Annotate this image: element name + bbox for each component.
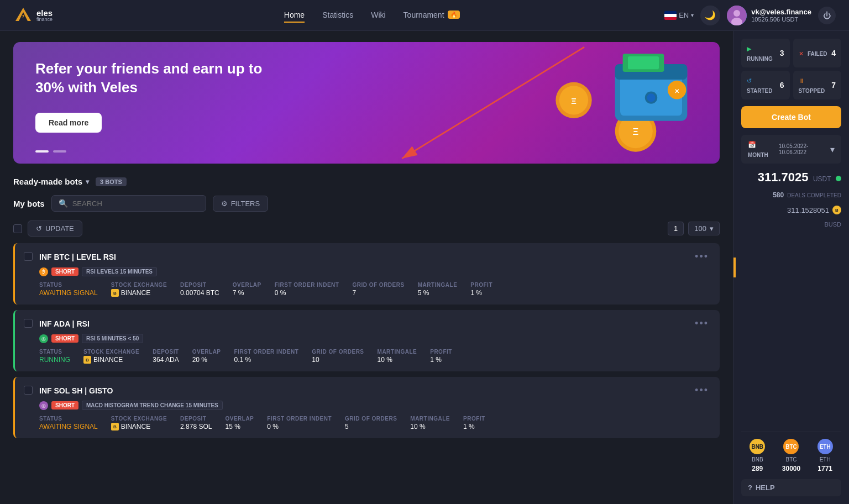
btc-icon: BTC <box>783 439 799 454</box>
dot-2[interactable] <box>53 150 66 153</box>
coin-bnb: BNB BNB 289 <box>750 439 765 473</box>
bot-title-row: INF SOL SH | GISTO ••• <box>39 385 711 396</box>
filter-icon: ⚙ <box>221 200 228 208</box>
martingale-stat: MARTINGALE 10 % <box>378 349 417 364</box>
signal-tag: RSI 5 MINUTES < 50 <box>82 334 143 343</box>
theme-toggle-button[interactable]: 🌙 <box>700 6 720 25</box>
header-right: EN ▾ 🌙 vk@veles.finance 10526.506 USDT ⏻ <box>664 6 836 25</box>
bot-checkbox[interactable] <box>24 252 33 261</box>
martingale-stat: MARTINGALE 10 % <box>410 416 450 431</box>
filters-button[interactable]: ⚙ FILTERS <box>213 196 269 212</box>
exchange-stat: STOCK EXCHANGE B BINANCE <box>111 282 167 297</box>
user-name: vk@veles.finance <box>751 8 811 16</box>
coin-icon: ◎ <box>39 401 48 410</box>
status-stat: STATUS RUNNING <box>39 349 70 364</box>
grid-orders-stat: GRID OF ORDERS 5 <box>345 416 397 431</box>
nav-home[interactable]: Home <box>284 8 305 23</box>
create-bot-button[interactable]: Create Bot <box>741 106 841 128</box>
bot-stats: STATUS RUNNING STOCK EXCHANGE B BINANCE … <box>39 349 711 364</box>
tournament-badge: 🔥 <box>448 11 460 19</box>
status-value: AWAITING SIGNAL <box>39 289 98 297</box>
dot-1[interactable] <box>35 150 49 153</box>
search-input[interactable] <box>72 200 199 208</box>
content-area: Refer your friends and earn up to 30% wi… <box>0 31 733 504</box>
user-balance: 10526.506 USDT <box>751 16 811 23</box>
profit-stat: PROFIT 1 % <box>463 416 485 431</box>
logo[interactable]: 7 eles finance <box>13 6 53 25</box>
bot-name: INF ADA | RSI <box>39 319 90 328</box>
nav-wiki[interactable]: Wiki <box>371 8 385 23</box>
bot-content: INF ADA | RSI ••• ◎ SHORT RSI 5 MINUTES … <box>39 318 711 364</box>
month-value: 10.05.2022-10.06.2022 <box>779 143 830 155</box>
nav-statistics[interactable]: Statistics <box>322 8 353 23</box>
short-tag: SHORT <box>51 334 78 343</box>
deals-count: 580 <box>773 191 784 199</box>
started-icon: ↺ <box>747 77 752 84</box>
bot-title-row: INF ADA | RSI ••• <box>39 318 711 329</box>
lang-selector[interactable]: EN ▾ <box>664 11 694 20</box>
select-all-checkbox[interactable] <box>13 224 22 233</box>
more-options-button[interactable]: ••• <box>693 318 711 329</box>
first-order-stat: FIRST ORDER INDENT 0 % <box>275 282 339 297</box>
svg-rect-18 <box>628 56 659 69</box>
short-tag: SHORT <box>51 401 78 410</box>
bnb-icon: BNB <box>750 439 765 454</box>
first-order-stat: FIRST ORDER INDENT 0 % <box>267 416 332 431</box>
status-card-running: ▶ RUNNING 3 <box>741 39 790 67</box>
status-value: RUNNING <box>39 356 70 364</box>
deposit-stat: DEPOSIT 0.00704 BTC <box>180 282 219 297</box>
page-number: 1 <box>668 222 684 235</box>
table-controls: ↺ UPDATE 1 100 ▾ <box>13 221 720 237</box>
chevron-down-icon: ▾ <box>710 224 714 233</box>
help-button[interactable]: ? HELP <box>741 479 841 496</box>
bot-name: INF BTC | LEVEL RSI <box>39 253 116 261</box>
search-box[interactable]: 🔍 <box>51 195 206 212</box>
deposit-stat: DEPOSIT 2.878 SOL <box>180 416 212 431</box>
failed-count: 4 <box>831 49 836 57</box>
bot-card: INF ADA | RSI ••• ◎ SHORT RSI 5 MINUTES … <box>13 310 720 371</box>
bots-count-badge: 3 BOTS <box>96 177 127 186</box>
exchange-value: B BINANCE <box>111 423 167 431</box>
bot-tags: ◎ SHORT RSI 5 MINUTES < 50 <box>39 334 711 343</box>
profit-stat: PROFIT 1 % <box>470 282 492 297</box>
busd-label: BUSD <box>741 221 841 228</box>
bot-checkbox[interactable] <box>24 386 33 395</box>
svg-text:7: 7 <box>22 14 25 19</box>
power-button[interactable]: ⏻ <box>818 7 836 24</box>
user-details: vk@veles.finance 10526.506 USDT <box>751 8 811 23</box>
coin-icon: ₿ <box>39 267 48 276</box>
status-value: AWAITING SIGNAL <box>39 423 98 431</box>
page-size-selector[interactable]: 100 ▾ <box>688 222 720 235</box>
bot-content: INF SOL SH | GISTO ••• ◎ SHORT MACD HIST… <box>39 385 711 431</box>
stopped-count: 7 <box>831 81 836 90</box>
calendar-icon: 📅 <box>748 141 756 149</box>
banner-dots <box>35 150 66 153</box>
profit-stat: PROFIT 1 % <box>430 349 452 364</box>
my-bots-header: My bots 🔍 ⚙ FILTERS <box>13 195 720 212</box>
banner-text: Refer your friends and earn up to 30% wi… <box>35 60 268 133</box>
help-icon: ? <box>748 484 752 492</box>
status-card-started: ↺ STARTED 6 <box>741 71 790 99</box>
nav: Home Statistics Wiki Tournament 🔥 <box>79 8 664 23</box>
busd-row: 311.1528051 B <box>741 206 841 214</box>
binance-icon: B <box>83 356 91 364</box>
month-selector[interactable]: 📅 MONTH 10.05.2022-10.06.2022 ▾ <box>741 135 841 164</box>
busd-coin-icon: B <box>832 206 841 214</box>
started-count: 6 <box>780 81 784 90</box>
nav-tournament[interactable]: Tournament 🔥 <box>403 8 460 23</box>
failed-icon: ✕ <box>799 50 804 57</box>
svg-text:✕: ✕ <box>674 88 679 95</box>
running-count: 3 <box>780 49 784 57</box>
promo-banner: Refer your friends and earn up to 30% wi… <box>13 42 720 164</box>
sidebar-collapse-button[interactable]: › <box>733 258 736 277</box>
update-button[interactable]: ↺ UPDATE <box>28 221 82 237</box>
read-more-button[interactable]: Read more <box>35 113 102 133</box>
more-options-button[interactable]: ••• <box>693 251 711 262</box>
ready-made-bots-title: Ready-made bots ▾ <box>13 177 89 186</box>
flag-icon <box>664 11 677 20</box>
exchange-value: B BINANCE <box>111 289 167 297</box>
more-options-button[interactable]: ••• <box>693 385 711 396</box>
chevron-down-icon[interactable]: ▾ <box>86 178 89 186</box>
bot-stats: STATUS AWAITING SIGNAL STOCK EXCHANGE B … <box>39 282 711 297</box>
bot-checkbox[interactable] <box>24 319 33 328</box>
